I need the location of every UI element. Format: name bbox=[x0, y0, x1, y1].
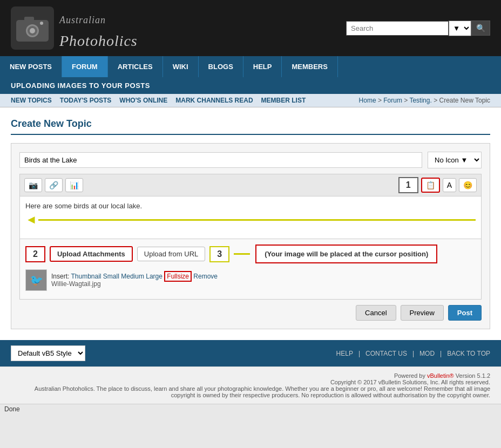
footer-mod-link[interactable]: MOD bbox=[419, 350, 435, 357]
upload-url-button[interactable]: Upload from URL bbox=[137, 247, 205, 261]
footer-contact-link[interactable]: CONTACT US bbox=[365, 350, 407, 357]
copyright: Powered by vBulletin® Powered by vBullet… bbox=[0, 366, 501, 404]
sec-nav-member-list[interactable]: MEMBER LIST bbox=[261, 97, 306, 104]
svg-rect-1 bbox=[24, 17, 34, 22]
header: Australian Photoholics ▼ 🔍 bbox=[0, 0, 501, 56]
statusbar: Done bbox=[0, 404, 501, 414]
nav-blogs[interactable]: BLOGS bbox=[199, 56, 243, 77]
editor-toolbar: 📷 🔗 📊 1 📋 A 😊 bbox=[19, 174, 482, 196]
upload-attachments-button[interactable]: Upload Attachments bbox=[50, 246, 133, 262]
upload-section: 2 Upload Attachments Upload from URL 3 (… bbox=[19, 239, 482, 300]
nav-members[interactable]: MEMBERS bbox=[282, 56, 337, 77]
svg-point-4 bbox=[30, 28, 35, 33]
icon-select[interactable]: No Icon ▼ bbox=[428, 152, 482, 168]
sub-banner-title: UPLOADING IMAGES TO YOUR POSTS bbox=[11, 82, 150, 90]
insert-thumbnail-link[interactable]: Thumbnail bbox=[71, 273, 101, 280]
copyright-line2: Copyright © 2017 vBulletin Solutions, In… bbox=[11, 379, 490, 385]
upload-item-details: Insert: Thumbnail Small Medium Large Ful… bbox=[51, 273, 218, 288]
copyright-line1: Powered by vBulletin® Powered by vBullet… bbox=[11, 372, 490, 379]
svg-point-5 bbox=[40, 22, 43, 25]
editor-area[interactable]: Here are some birds at our local lake. ◄ bbox=[19, 196, 482, 239]
breadcrumb-home[interactable]: Home bbox=[359, 97, 376, 104]
action-buttons: Cancel Preview Post bbox=[19, 300, 482, 321]
image-callout: (Your image will be placed at the cursor… bbox=[255, 245, 437, 263]
nav-articles[interactable]: ARTICLES bbox=[108, 56, 163, 77]
camera-toolbar-btn[interactable]: 📷 bbox=[24, 178, 42, 192]
content: Create New Topic No Icon ▼ 📷 🔗 📊 1 📋 A 😊… bbox=[0, 107, 501, 340]
upload-row: 2 Upload Attachments Upload from URL 3 (… bbox=[25, 245, 476, 263]
nav-wiki[interactable]: WIKI bbox=[163, 56, 199, 77]
search-area: ▼ 🔍 bbox=[346, 21, 490, 36]
sec-nav-todays-posts[interactable]: TODAY'S POSTS bbox=[60, 97, 112, 104]
insert-large-link[interactable]: Large bbox=[146, 273, 163, 280]
footer-links: HELP | CONTACT US | MOD | BACK TO TOP bbox=[336, 350, 490, 357]
insert-fullsize-link[interactable]: Fullsize bbox=[164, 271, 192, 282]
topic-form: No Icon ▼ 📷 🔗 📊 1 📋 A 😊 Here are some bi… bbox=[11, 143, 490, 329]
title-row: No Icon ▼ bbox=[19, 152, 482, 168]
step2-badge: 2 bbox=[25, 246, 45, 262]
statusbar-text: Done bbox=[4, 405, 20, 413]
link-toolbar-btn[interactable]: 🔗 bbox=[45, 178, 63, 192]
footer-sep1: | bbox=[358, 350, 360, 357]
upload-thumbnail: 🐦 bbox=[25, 269, 47, 291]
page-title: Create New Topic bbox=[11, 118, 490, 135]
style-select-area: Default vB5 Style bbox=[11, 345, 85, 361]
breadcrumb-sep1: > bbox=[378, 97, 382, 104]
breadcrumb-forum[interactable]: Forum bbox=[383, 97, 402, 104]
search-input[interactable] bbox=[346, 21, 449, 36]
cancel-button[interactable]: Cancel bbox=[356, 305, 396, 321]
sub-banner: UPLOADING IMAGES TO YOUR POSTS bbox=[0, 77, 501, 94]
breadcrumb-sep3: > bbox=[434, 97, 437, 104]
sec-nav-whos-online[interactable]: WHO'S ONLINE bbox=[119, 97, 167, 104]
editor-text: Here are some birds at our local lake. bbox=[25, 202, 476, 210]
post-button[interactable]: Post bbox=[448, 305, 482, 321]
vbulletin-link[interactable]: vBulletin® bbox=[427, 372, 454, 379]
breadcrumb-sep2: > bbox=[404, 97, 408, 104]
footer-help-link[interactable]: HELP bbox=[336, 350, 353, 357]
breadcrumb-section[interactable]: Testing. bbox=[409, 97, 431, 104]
filename: Willie-Wagtail.jpg bbox=[51, 280, 218, 288]
insert-medium-link[interactable]: Medium bbox=[121, 273, 144, 280]
insert-links: Insert: Thumbnail Small Medium Large Ful… bbox=[51, 273, 218, 280]
search-button[interactable]: 🔍 bbox=[471, 21, 490, 36]
insert-small-link[interactable]: Small bbox=[103, 273, 119, 280]
nav-help[interactable]: HELP bbox=[243, 56, 282, 77]
main-nav: NEW POSTS FORUM ARTICLES WIKI BLOGS HELP… bbox=[0, 56, 501, 77]
footer: Default vB5 Style HELP | CONTACT US | MO… bbox=[0, 340, 501, 366]
footer-sep3: | bbox=[440, 350, 442, 357]
search-dropdown[interactable]: ▼ bbox=[449, 21, 471, 36]
nav-new-posts[interactable]: NEW POSTS bbox=[0, 56, 62, 77]
logo-camera-icon bbox=[11, 6, 54, 50]
breadcrumb-current: Create New Topic bbox=[439, 97, 491, 104]
breadcrumb: Home > Forum > Testing. > Create New Top… bbox=[359, 97, 490, 104]
step1-badge: 1 bbox=[398, 177, 418, 193]
toolbar-right: 1 📋 A 😊 bbox=[398, 177, 477, 193]
footer-backtotop-link[interactable]: BACK TO TOP bbox=[447, 350, 490, 357]
paste-toolbar-btn[interactable]: 📋 bbox=[421, 178, 440, 193]
style-select[interactable]: Default vB5 Style bbox=[11, 345, 85, 361]
cursor-arrow-icon: ◄ bbox=[25, 213, 37, 227]
title-input[interactable] bbox=[19, 152, 422, 168]
step3-badge: 3 bbox=[209, 246, 229, 262]
logo-text: Australian Photoholics bbox=[59, 5, 138, 51]
insert-remove-link[interactable]: Remove bbox=[193, 273, 218, 280]
chart-toolbar-btn[interactable]: 📊 bbox=[65, 178, 83, 192]
upload-item: 🐦 Insert: Thumbnail Small Medium Large F… bbox=[25, 267, 476, 294]
emoji-toolbar-btn[interactable]: 😊 bbox=[459, 178, 477, 192]
cursor-line: ◄ bbox=[25, 213, 476, 227]
sec-nav-mark-channels[interactable]: MARK CHANNELS READ bbox=[175, 97, 253, 104]
preview-button[interactable]: Preview bbox=[401, 305, 444, 321]
sec-nav-new-topics[interactable]: NEW TOPICS bbox=[11, 97, 52, 104]
nav-forum[interactable]: FORUM bbox=[62, 56, 108, 77]
copyright-line3: Australian Photoholics. The place to dis… bbox=[11, 385, 490, 398]
secondary-nav: NEW TOPICS TODAY'S POSTS WHO'S ONLINE MA… bbox=[0, 94, 501, 107]
insert-label: Insert: bbox=[51, 273, 69, 280]
logo-area: Australian Photoholics bbox=[11, 5, 138, 51]
footer-sep2: | bbox=[412, 350, 414, 357]
font-toolbar-btn[interactable]: A bbox=[443, 178, 456, 192]
bird-icon: 🐦 bbox=[30, 274, 43, 287]
